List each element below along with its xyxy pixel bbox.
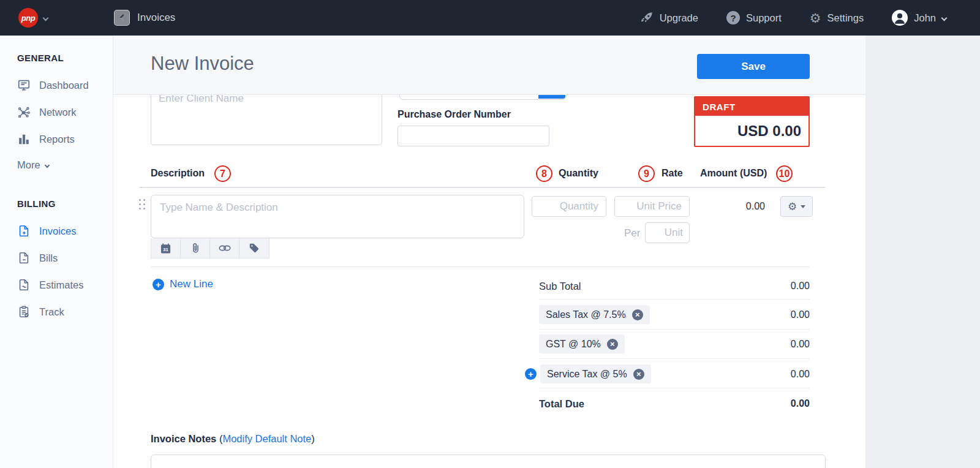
tax-pill-gst[interactable]: GST @ 10% ×	[539, 334, 625, 353]
tax-pill-service[interactable]: Service Tax @ 5% ×	[540, 364, 651, 383]
date-button[interactable]: 31	[151, 238, 181, 258]
callout-10: 10	[776, 165, 793, 182]
tax-value-service: 0.00	[791, 369, 810, 380]
breadcrumb[interactable]: Invoices	[137, 12, 175, 24]
chevron-down-icon	[44, 162, 49, 167]
unit-price-input[interactable]	[614, 196, 690, 217]
chevron-down-icon	[43, 15, 49, 21]
subtotal-value: 0.00	[791, 281, 810, 292]
invoice-total-amount: USD 0.00	[695, 116, 809, 146]
link-button[interactable]	[210, 238, 239, 258]
add-tax-icon[interactable]: +	[525, 368, 537, 380]
app-logo-menu[interactable]: pnp	[18, 8, 48, 28]
unit-input[interactable]	[645, 222, 690, 243]
app-logo: pnp	[18, 8, 38, 28]
column-header-rate: Rate	[662, 168, 683, 179]
attachment-button[interactable]	[181, 238, 210, 258]
tax-label: Service Tax @ 5%	[547, 369, 627, 380]
bar-chart-icon	[17, 132, 31, 146]
sidebar-item-label: Network	[39, 107, 77, 118]
user-menu[interactable]: John	[892, 10, 946, 26]
calendar-icon: 31	[160, 243, 172, 254]
client-name-input[interactable]	[151, 87, 382, 145]
sidebar-item-estimates[interactable]: Estimates	[17, 278, 83, 292]
sidebar-item-label: Estimates	[39, 279, 83, 291]
remove-tax-icon[interactable]: ×	[607, 339, 618, 350]
column-header-quantity: Quantity	[559, 168, 598, 179]
column-header-amount: Amount (USD)	[700, 168, 767, 179]
invoice-status-card: DRAFT USD 0.00	[694, 96, 810, 147]
sidebar-item-network[interactable]: Network	[17, 105, 77, 119]
clipboard-check-icon	[17, 305, 31, 319]
tag-button[interactable]	[239, 238, 269, 258]
save-button[interactable]: Save	[697, 54, 810, 79]
page-header: New Invoice Save	[113, 36, 865, 95]
app-window: pnp Invoices Upgrade ? Support ⚙	[0, 0, 980, 468]
user-name: John	[914, 12, 936, 24]
po-number-input[interactable]	[398, 126, 549, 146]
tax-value-sales: 0.00	[791, 309, 810, 320]
gear-icon: ⚙	[810, 12, 821, 25]
modify-default-note-link[interactable]: Modify Default Note	[222, 433, 311, 444]
sidebar-item-track[interactable]: Track	[17, 305, 64, 319]
line-amount: 0.00	[746, 201, 765, 212]
invoice-notes-input[interactable]	[151, 455, 826, 468]
sidebar-item-bills[interactable]: Bills	[17, 251, 58, 265]
invoice-editor: Purchase Order Number DRAFT USD 0.00 Des…	[113, 36, 865, 468]
quantity-input[interactable]	[532, 196, 606, 217]
chevron-down-icon	[941, 15, 948, 21]
settings-label: Settings	[827, 12, 864, 24]
back-button[interactable]	[114, 10, 130, 26]
new-line-button[interactable]: + New Line	[153, 278, 213, 290]
po-number-label: Purchase Order Number	[398, 109, 511, 120]
new-line-label: New Line	[170, 278, 213, 290]
upgrade-label: Upgrade	[660, 12, 698, 24]
paperclip-icon	[190, 243, 201, 254]
tax-pill-sales[interactable]: Sales Tax @ 7.5% ×	[539, 305, 650, 324]
page-title: New Invoice	[151, 53, 254, 75]
tax-label: Sales Tax @ 7.5%	[546, 309, 626, 320]
chevron-down-icon	[801, 205, 805, 208]
line-item-toolbar: 31	[151, 238, 270, 259]
totals-divider	[539, 388, 810, 388]
drag-handle[interactable]	[139, 199, 145, 209]
invoice-notes-heading: Invoice Notes (Modify Default Note)	[151, 433, 315, 445]
paren: (	[216, 433, 222, 444]
sidebar-item-reports[interactable]: Reports	[17, 132, 75, 146]
total-due-label: Total Due	[539, 398, 584, 410]
question-icon: ?	[726, 11, 740, 25]
document-plus-icon	[17, 224, 31, 238]
sidebar: GENERAL Dashboard Network Reports More	[0, 36, 113, 468]
invoice-notes-label: Invoice Notes	[151, 433, 216, 444]
total-due-value: 0.00	[791, 398, 810, 409]
status-badge: DRAFT	[695, 97, 809, 116]
remove-tax-icon[interactable]: ×	[632, 309, 643, 320]
line-item-divider	[151, 266, 810, 267]
sidebar-heading-billing: BILLING	[17, 198, 56, 209]
callout-8: 8	[536, 165, 552, 182]
remove-tax-icon[interactable]: ×	[633, 369, 644, 380]
chevron-left-icon	[119, 14, 126, 21]
sidebar-item-more[interactable]: More	[17, 159, 49, 171]
sidebar-item-dashboard[interactable]: Dashboard	[17, 78, 89, 92]
tax-value-gst: 0.00	[791, 339, 810, 350]
line-description-input[interactable]	[151, 195, 524, 238]
monitor-icon	[17, 78, 31, 92]
totals-divider	[539, 329, 810, 330]
line-options-dropdown[interactable]: ⚙	[780, 196, 813, 217]
sidebar-item-label: Track	[39, 306, 64, 318]
topbar-actions: Upgrade ? Support ⚙ Settings John	[640, 0, 946, 36]
totals-divider	[539, 299, 810, 300]
upgrade-button[interactable]: Upgrade	[640, 11, 698, 25]
sidebar-item-invoices[interactable]: Invoices	[17, 224, 77, 238]
settings-button[interactable]: ⚙ Settings	[810, 12, 864, 25]
support-button[interactable]: ? Support	[726, 11, 782, 25]
sidebar-item-label: Bills	[39, 252, 58, 264]
sidebar-item-label: Invoices	[39, 225, 77, 237]
avatar	[892, 10, 908, 26]
sidebar-item-label: Dashboard	[39, 80, 89, 91]
column-header-description: Description	[151, 168, 205, 179]
document-tilde-icon	[17, 278, 31, 292]
gear-icon: ⚙	[788, 202, 797, 212]
more-label: More	[17, 159, 40, 171]
